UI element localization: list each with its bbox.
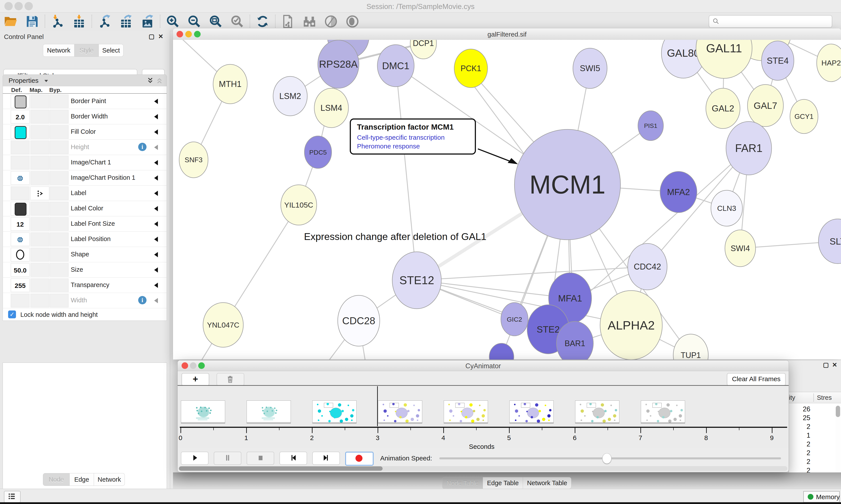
tab-node-table[interactable]: Node Table — [442, 477, 483, 489]
properties-header[interactable]: Properties — [3, 74, 167, 86]
bypass-cell[interactable] — [50, 278, 69, 292]
table-cell[interactable]: 25 — [795, 414, 810, 422]
property-row-border-width[interactable]: 2.0Border Width — [3, 109, 167, 124]
zoom-in-icon[interactable] — [165, 13, 181, 30]
default-cell[interactable] — [11, 125, 30, 139]
scrollbar-thumb[interactable] — [179, 466, 382, 471]
zoom-selected-icon[interactable] — [229, 13, 245, 30]
timeline-frame-1[interactable] — [247, 400, 291, 423]
column-header[interactable]: Stres — [817, 394, 832, 401]
property-row-label-position[interactable]: Label Position — [3, 232, 167, 247]
open-session-icon[interactable] — [3, 13, 19, 30]
network-node-pdc5[interactable]: PDC5 — [304, 136, 332, 168]
network-window-titlebar[interactable]: galFiltered.sif — [173, 29, 841, 40]
save-session-icon[interactable] — [24, 13, 40, 30]
expand-row-icon[interactable] — [154, 99, 158, 104]
default-cell[interactable] — [11, 294, 30, 307]
pause-button[interactable] — [214, 452, 241, 465]
network-node-gic2[interactable]: GIC2 — [501, 303, 528, 336]
cyanimator-titlebar[interactable]: CyAnimator — [178, 360, 789, 371]
default-cell[interactable] — [11, 171, 30, 185]
table-cell[interactable]: 2 — [795, 458, 810, 466]
animation-speed-slider[interactable] — [439, 457, 781, 459]
lock-size-checkbox[interactable]: ✓ — [8, 310, 16, 318]
network-node-slt2[interactable]: SLT — [819, 219, 841, 264]
mapping-cell[interactable] — [31, 186, 49, 200]
expand-row-icon[interactable] — [154, 206, 158, 211]
network-edge[interactable] — [396, 66, 417, 280]
mapping-cell[interactable] — [31, 156, 49, 169]
play-button[interactable] — [181, 452, 209, 465]
close-panel-icon[interactable]: ✕ — [831, 362, 838, 368]
network-node-cdc28[interactable]: CDC28 — [338, 295, 380, 346]
default-cell[interactable] — [11, 156, 30, 169]
mapping-cell[interactable] — [31, 278, 49, 292]
export-network-icon[interactable] — [96, 13, 112, 30]
zoom-fit-icon[interactable] — [208, 13, 224, 30]
mapping-cell[interactable] — [31, 202, 49, 215]
float-panel-icon[interactable]: ▢ — [148, 34, 155, 40]
slider-thumb[interactable] — [602, 453, 611, 464]
mapping-cell[interactable] — [31, 294, 49, 307]
timeline-frame-7[interactable] — [641, 400, 685, 423]
expand-row-icon[interactable] — [154, 129, 158, 134]
network-node-swi4[interactable]: SWI4 — [725, 230, 756, 267]
apply-layout-icon[interactable] — [254, 13, 271, 30]
tab-style[interactable]: Style — [74, 44, 99, 57]
scrollbar-thumb[interactable] — [836, 406, 840, 417]
default-cell[interactable] — [11, 233, 30, 246]
mapping-cell[interactable] — [31, 125, 49, 139]
tab-edge-table[interactable]: Edge Table — [483, 477, 523, 489]
expand-row-icon[interactable] — [154, 145, 158, 150]
network-node-ynl047c[interactable]: YNL047C — [203, 303, 243, 347]
memory-button[interactable]: Memory — [803, 491, 840, 502]
network-node-dmc1[interactable]: DMC1 — [377, 45, 414, 87]
expand-row-icon[interactable] — [154, 160, 158, 165]
clear-all-frames-button[interactable]: Clear All Frames — [727, 373, 786, 386]
record-button[interactable] — [345, 452, 374, 466]
expand-row-icon[interactable] — [154, 237, 158, 242]
bypass-cell[interactable] — [50, 202, 69, 215]
timeline-hscrollbar[interactable] — [179, 466, 787, 471]
mapping-cell[interactable] — [31, 94, 49, 108]
network-node-lsm4[interactable]: LSM4 — [314, 88, 348, 128]
network-node-gal11[interactable]: GAL11 — [696, 40, 752, 78]
network-node-swi5[interactable]: SWI5 — [573, 48, 607, 88]
column-header[interactable]: ity — [789, 394, 795, 401]
timeline-frame-0[interactable] — [181, 400, 225, 423]
mapping-cell[interactable] — [31, 171, 49, 185]
bypass-cell[interactable] — [50, 156, 69, 169]
default-cell[interactable] — [11, 248, 30, 262]
network-node-hap2[interactable]: HAP2 — [817, 44, 841, 82]
annotation-link[interactable]: Cell-type-specific transcription — [357, 133, 469, 142]
property-row-image-chart-1[interactable]: Image/Chart 1 — [3, 155, 167, 170]
zoom-out-icon[interactable] — [186, 13, 202, 30]
timeline-frames-area[interactable] — [178, 386, 788, 448]
bypass-cell[interactable] — [50, 171, 69, 185]
bypass-cell[interactable] — [50, 94, 69, 108]
tab-network[interactable]: Network — [43, 44, 74, 57]
bypass-cell[interactable] — [50, 263, 69, 277]
property-row-transparency[interactable]: 255Transparency — [3, 277, 167, 293]
tab-select[interactable]: Select — [99, 44, 124, 57]
timeline-frame-5[interactable] — [509, 400, 554, 423]
expand-row-icon[interactable] — [154, 191, 158, 196]
table-cell[interactable]: 1 — [795, 432, 810, 439]
bypass-cell[interactable] — [50, 294, 69, 307]
expand-row-icon[interactable] — [154, 175, 158, 181]
bypass-cell[interactable] — [50, 110, 69, 124]
mapping-cell[interactable] — [31, 110, 49, 124]
expand-row-icon[interactable] — [154, 221, 158, 227]
table-cell[interactable]: 2 — [795, 423, 810, 431]
bypass-cell[interactable] — [50, 186, 69, 200]
property-row-width[interactable]: Widthi — [3, 293, 167, 308]
network-graph[interactable]: DCP1GAL80GAL11STE4HAP2RPS28ADMC1PCK1SWI5… — [173, 40, 841, 360]
bypass-cell[interactable] — [50, 141, 69, 154]
import-network-icon[interactable] — [50, 13, 66, 30]
eye-icon[interactable] — [344, 13, 360, 30]
skip-end-button[interactable] — [312, 452, 340, 465]
mapping-cell[interactable] — [31, 233, 49, 246]
network-node-cln3[interactable]: CLN3 — [711, 190, 742, 226]
tab-network-table[interactable]: Network Table — [523, 477, 571, 489]
table-cell[interactable]: 2 — [795, 449, 810, 457]
